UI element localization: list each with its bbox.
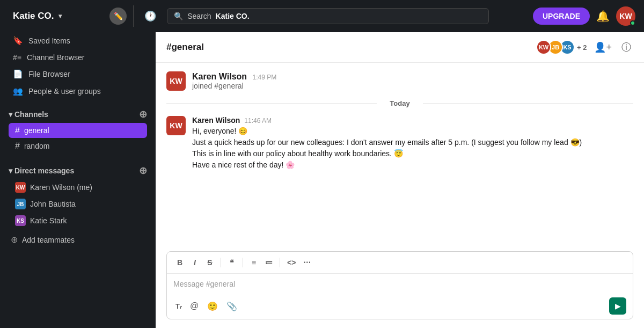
dm-name-karen-wilson: Karen Wilson (me) bbox=[30, 183, 92, 192]
saved-items-label: Saved Items bbox=[28, 37, 70, 45]
msg-header-1: Karen Wilson 11:46 AM bbox=[192, 116, 633, 125]
compose-button[interactable]: ✏️ bbox=[109, 8, 127, 25]
send-button[interactable]: ▶ bbox=[609, 297, 626, 315]
chat-area: #general KW JB KS + 2 👤+ ⓘ KW Karen Wils… bbox=[156, 32, 644, 328]
top-header: Katie CO. ▾ ✏️ 🕐 🔍 Search Katie CO. UPGR… bbox=[0, 0, 644, 32]
channels-section-label: ▾ Channels bbox=[9, 110, 48, 119]
channel-browser-icon: #≡ bbox=[13, 53, 21, 62]
channel-info-icon[interactable]: ⓘ bbox=[619, 39, 633, 56]
message-input-box: B I S ❝ ≡ ≔ <> ⋯ Message #general bbox=[166, 251, 633, 319]
system-avatar: KW bbox=[166, 71, 186, 91]
header-divider bbox=[133, 5, 134, 27]
bookmark-icon: 🔖 bbox=[13, 36, 23, 46]
member-avatar-1: KW bbox=[536, 40, 551, 55]
channel-name-general: general bbox=[24, 126, 49, 135]
channels-section-header[interactable]: ▾ Channels ⊕ bbox=[4, 106, 151, 122]
sidebar-item-channel-browser[interactable]: #≡ Channel Browser bbox=[4, 50, 151, 65]
dm-section: ▾ Direct messages ⊕ KW Karen Wilson (me)… bbox=[0, 156, 156, 231]
chat-header: #general KW JB KS + 2 👤+ ⓘ bbox=[156, 32, 644, 63]
online-status-dot bbox=[630, 20, 635, 26]
msg-author-1: Karen Wilson bbox=[192, 116, 240, 125]
message-1: KW Karen Wilson 11:46 AM Hi, everyone! 😊… bbox=[166, 116, 633, 171]
hash-icon: # bbox=[15, 126, 20, 135]
channels-section: ▾ Channels ⊕ # general # random bbox=[0, 100, 156, 156]
file-browser-label: File Browser bbox=[28, 70, 70, 78]
header-right: UPGRADE 🔔 KW bbox=[533, 6, 635, 26]
divider-line-left bbox=[166, 103, 377, 104]
chat-header-right: KW JB KS + 2 👤+ ⓘ bbox=[536, 39, 633, 56]
mention-icon[interactable]: @ bbox=[188, 299, 201, 313]
input-bottom-left: Tᵣ @ 🙂 📎 bbox=[173, 299, 239, 314]
workspace-chevron: ▾ bbox=[58, 12, 62, 20]
system-message: KW Karen Wilson 1:49 PM joined #general bbox=[166, 71, 633, 91]
member-count: + 2 bbox=[577, 43, 587, 52]
add-channel-button[interactable]: ⊕ bbox=[139, 108, 147, 120]
blockquote-button[interactable]: ❝ bbox=[225, 256, 238, 269]
history-button[interactable]: 🕐 bbox=[140, 8, 160, 24]
dm-name-john-bautista: John Bautista bbox=[30, 200, 76, 208]
msg-avatar-1: KW bbox=[166, 116, 186, 135]
sidebar-item-file-browser[interactable]: 📄 File Browser bbox=[4, 66, 151, 82]
dm-avatar-karen: KW bbox=[15, 182, 26, 193]
add-teammates-label: Add teammates bbox=[22, 236, 75, 244]
input-toolbar: B I S ❝ ≡ ≔ <> ⋯ bbox=[167, 252, 633, 274]
sidebar-item-saved-items[interactable]: 🔖 Saved Items bbox=[4, 33, 151, 49]
input-bottom-bar: Tᵣ @ 🙂 📎 ▶ bbox=[167, 294, 633, 319]
main-layout: 🔖 Saved Items #≡ Channel Browser 📄 File … bbox=[0, 32, 644, 328]
dm-item-john-bautista[interactable]: JB John Bautista bbox=[9, 196, 147, 212]
people-icon: 👥 bbox=[13, 86, 23, 96]
member-avatars[interactable]: KW JB KS + 2 bbox=[536, 40, 587, 55]
dm-section-label: ▾ Direct messages bbox=[9, 166, 74, 175]
strikethrough-button[interactable]: S bbox=[203, 256, 216, 269]
add-dm-button[interactable]: ⊕ bbox=[139, 165, 147, 177]
emoji-icon[interactable]: 🙂 bbox=[205, 299, 220, 314]
notifications-bell[interactable]: 🔔 bbox=[596, 10, 610, 23]
search-icon: 🔍 bbox=[174, 12, 183, 20]
message-input-area: B I S ❝ ≡ ≔ <> ⋯ Message #general bbox=[156, 245, 644, 328]
msg-content-1: Karen Wilson 11:46 AM Hi, everyone! 😊 Ju… bbox=[192, 116, 633, 171]
dm-avatar-katie-stark: KS bbox=[15, 215, 26, 226]
channel-item-random[interactable]: # random bbox=[9, 139, 147, 154]
italic-button[interactable]: I bbox=[188, 256, 201, 269]
search-bar[interactable]: 🔍 Search Katie CO. bbox=[167, 8, 489, 24]
channel-browser-label: Channel Browser bbox=[27, 53, 84, 62]
divider-line-right bbox=[423, 103, 633, 104]
date-divider: Today bbox=[166, 99, 633, 107]
dm-section-header[interactable]: ▾ Direct messages ⊕ bbox=[4, 163, 151, 179]
add-teammates-button[interactable]: ⊕ Add teammates bbox=[4, 232, 151, 247]
upgrade-button[interactable]: UPGRADE bbox=[533, 8, 590, 25]
ordered-list-button[interactable]: ≡ bbox=[247, 256, 260, 269]
toolbar-divider-2 bbox=[243, 258, 243, 267]
msg-text-1: Hi, everyone! 😊 Just a quick heads up fo… bbox=[192, 126, 633, 171]
channel-name-random: random bbox=[24, 142, 49, 150]
channel-item-general[interactable]: # general bbox=[9, 123, 147, 138]
date-divider-text: Today bbox=[383, 99, 416, 107]
attachment-icon[interactable]: 📎 bbox=[224, 299, 239, 314]
sidebar: 🔖 Saved Items #≡ Channel Browser 📄 File … bbox=[0, 32, 156, 328]
user-avatar-wrap[interactable]: KW bbox=[616, 6, 635, 26]
unordered-list-button[interactable]: ≔ bbox=[262, 256, 275, 269]
indent-button[interactable]: ⋯ bbox=[301, 256, 313, 269]
system-msg-text: joined #general bbox=[192, 82, 276, 90]
input-field-wrap[interactable]: Message #general bbox=[167, 274, 633, 294]
workspace-name[interactable]: Katie CO. ▾ bbox=[9, 11, 66, 21]
system-msg-content: Karen Wilson 1:49 PM joined #general bbox=[192, 72, 276, 90]
add-member-icon[interactable]: 👤+ bbox=[592, 39, 614, 55]
msg-time-1: 11:46 AM bbox=[244, 117, 272, 125]
search-workspace-label: Katie CO. bbox=[216, 12, 250, 20]
code-button[interactable]: <> bbox=[284, 256, 298, 269]
bold-button[interactable]: B bbox=[173, 256, 186, 269]
toolbar-divider-3 bbox=[280, 258, 280, 267]
people-groups-label: People & user groups bbox=[28, 87, 101, 96]
message-placeholder: Message #general bbox=[173, 280, 235, 288]
text-format-icon[interactable]: Tᵣ bbox=[173, 300, 184, 312]
chat-channel-title: #general bbox=[166, 42, 204, 53]
dm-item-katie-stark[interactable]: KS Katie Stark bbox=[9, 213, 147, 229]
sidebar-item-people-groups[interactable]: 👥 People & user groups bbox=[4, 83, 151, 99]
dm-item-karen-wilson[interactable]: KW Karen Wilson (me) bbox=[9, 179, 147, 195]
system-msg-time: 1:49 PM bbox=[253, 74, 277, 81]
file-browser-icon: 📄 bbox=[13, 69, 23, 79]
add-teammates-icon: ⊕ bbox=[11, 235, 18, 245]
toolbar-divider-1 bbox=[221, 258, 221, 267]
workspace-label: Katie CO. bbox=[13, 11, 54, 21]
